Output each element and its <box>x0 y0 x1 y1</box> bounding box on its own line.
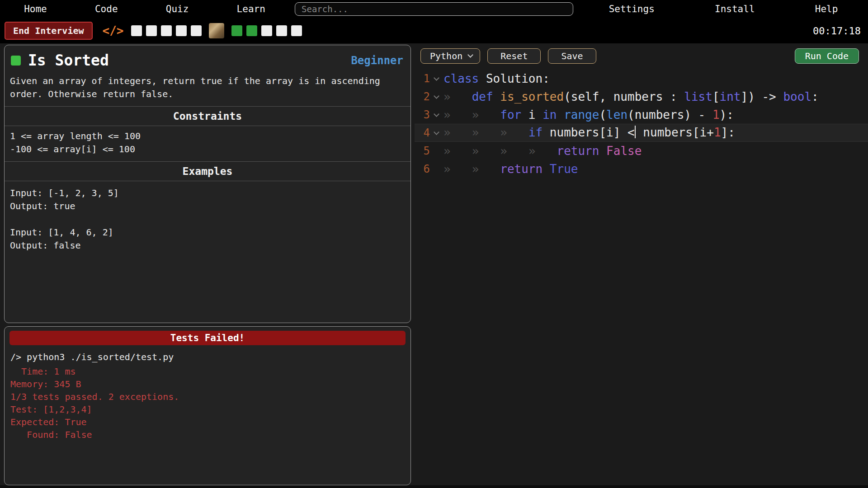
code-line[interactable]: 5» » » » return False <box>415 142 868 160</box>
token: ]) -> <box>741 90 783 103</box>
fold-slot <box>430 96 443 98</box>
code-line[interactable]: 3» » for i in range(len(numbers) - 1): <box>415 106 868 124</box>
indent-marker: » <box>472 144 500 158</box>
search-input[interactable] <box>295 2 573 16</box>
code-text: » def is_sorted(self, numbers : list[int… <box>443 90 819 103</box>
gutter: 6 <box>415 163 443 175</box>
example-input: Input: [-1, 2, 3, 5] <box>10 187 405 200</box>
gutter: 2 <box>415 90 443 103</box>
token: return <box>557 144 599 158</box>
problem-title: Is Sorted <box>28 52 109 69</box>
token: False <box>606 144 642 158</box>
token: class <box>443 72 479 85</box>
progress-square-done[interactable] <box>231 25 242 36</box>
code-area[interactable]: 1class Solution:2» def is_sorted(self, n… <box>415 70 868 178</box>
indent-marker: » <box>443 144 472 158</box>
code-line[interactable]: 1class Solution: <box>415 70 868 88</box>
nav-left-group: HomeCodeQuizLearn <box>0 4 289 14</box>
divider <box>5 106 410 107</box>
code-brackets-icon: </> <box>103 24 124 38</box>
token: def <box>472 90 493 103</box>
token: is_sorted <box>500 90 564 103</box>
token: return <box>500 162 542 176</box>
fold-slot <box>430 132 443 134</box>
token: i <box>521 108 542 122</box>
token: range <box>564 108 599 122</box>
nav-item-learn[interactable]: Learn <box>237 4 265 14</box>
line-number: 5 <box>421 145 430 157</box>
token: numbers[i+ <box>636 126 714 139</box>
constraint-line: 1 <= array length <= 100 <box>10 130 405 143</box>
nav-item-home[interactable]: Home <box>24 4 47 14</box>
constraints-header: Constraints <box>5 110 410 122</box>
fold-slot <box>430 78 443 80</box>
indent-marker: » <box>443 90 472 103</box>
top-nav: HomeCodeQuizLearn SettingsInstallHelp <box>0 0 868 18</box>
token: ( <box>599 108 606 122</box>
indent-marker: » <box>500 144 528 158</box>
code-editor-panel: Python Reset Save Run Code 1class Soluti… <box>415 43 868 485</box>
code-line[interactable]: 6» » return True <box>415 160 868 178</box>
save-button[interactable]: Save <box>548 48 596 64</box>
example-output: Output: false <box>10 239 405 252</box>
nav-item-help[interactable]: Help <box>815 4 838 14</box>
language-select[interactable]: Python <box>420 48 480 64</box>
token: [ <box>712 90 720 103</box>
fold-chevron-icon[interactable] <box>434 93 439 99</box>
token <box>493 90 500 103</box>
token: 1 <box>712 108 720 122</box>
test-result-line: Test: [1,2,3,4] <box>5 403 410 416</box>
indent-marker: » <box>472 162 500 176</box>
code-line[interactable]: 4» » » if numbers[i] < numbers[i+1]: <box>415 124 868 142</box>
code-text: class Solution: <box>443 72 550 85</box>
code-line[interactable]: 2» def is_sorted(self, numbers : list[in… <box>415 88 868 106</box>
interview-toolbar: End Interview </> 00:17:18 <box>0 18 868 43</box>
fold-chevron-icon[interactable] <box>434 75 439 81</box>
constraints-list: 1 <= array length <= 100-100 <= array[i]… <box>5 126 410 161</box>
token: len <box>606 108 627 122</box>
avatar[interactable] <box>209 23 224 38</box>
token: (self, numbers : <box>564 90 684 103</box>
token <box>557 108 564 122</box>
fold-chevron-icon[interactable] <box>434 129 439 135</box>
indent-marker: » <box>443 126 472 139</box>
progress-square-empty[interactable] <box>191 25 202 36</box>
token <box>599 144 606 158</box>
code-text: » » for i in range(len(numbers) - 1): <box>443 108 734 122</box>
progress-square-empty[interactable] <box>276 25 287 36</box>
progress-square-empty[interactable] <box>146 25 157 36</box>
end-interview-button[interactable]: End Interview <box>5 22 93 40</box>
example-block: Input: [-1, 2, 3, 5]Output: true <box>10 187 405 213</box>
example-input: Input: [1, 4, 6, 2] <box>10 226 405 239</box>
indent-marker: » <box>443 108 472 122</box>
token: numbers[i] < <box>542 126 635 139</box>
line-number: 2 <box>421 90 430 103</box>
examples-header: Examples <box>5 165 410 177</box>
token: ]: <box>721 126 735 139</box>
fold-chevron-icon[interactable] <box>434 111 439 117</box>
language-select-value: Python <box>430 51 462 61</box>
fold-slot <box>430 114 443 116</box>
nav-item-settings[interactable]: Settings <box>609 4 655 14</box>
token: Solution: <box>479 72 550 85</box>
test-result-line: 1/3 tests passed. 2 exceptions. <box>5 390 410 403</box>
gutter: 5 <box>415 145 443 157</box>
nav-item-code[interactable]: Code <box>95 4 118 14</box>
progress-square-empty[interactable] <box>176 25 187 36</box>
progress-square-empty[interactable] <box>261 25 272 36</box>
indent-marker: » <box>528 144 557 158</box>
line-number: 3 <box>421 108 430 121</box>
indent-marker: » <box>472 126 500 139</box>
progress-square-empty[interactable] <box>291 25 302 36</box>
reset-button[interactable]: Reset <box>487 48 541 64</box>
constraint-line: -100 <= array[i] <= 100 <box>10 143 405 156</box>
main-area: Is Sorted Beginner Given an array of int… <box>0 43 868 485</box>
progress-square-empty[interactable] <box>131 25 142 36</box>
progress-square-empty[interactable] <box>161 25 172 36</box>
progress-square-done[interactable] <box>246 25 257 36</box>
run-code-button[interactable]: Run Code <box>795 48 859 64</box>
token: list <box>684 90 712 103</box>
nav-item-quiz[interactable]: Quiz <box>166 4 189 14</box>
nav-item-install[interactable]: Install <box>715 4 755 14</box>
progress-squares-right <box>231 25 302 36</box>
